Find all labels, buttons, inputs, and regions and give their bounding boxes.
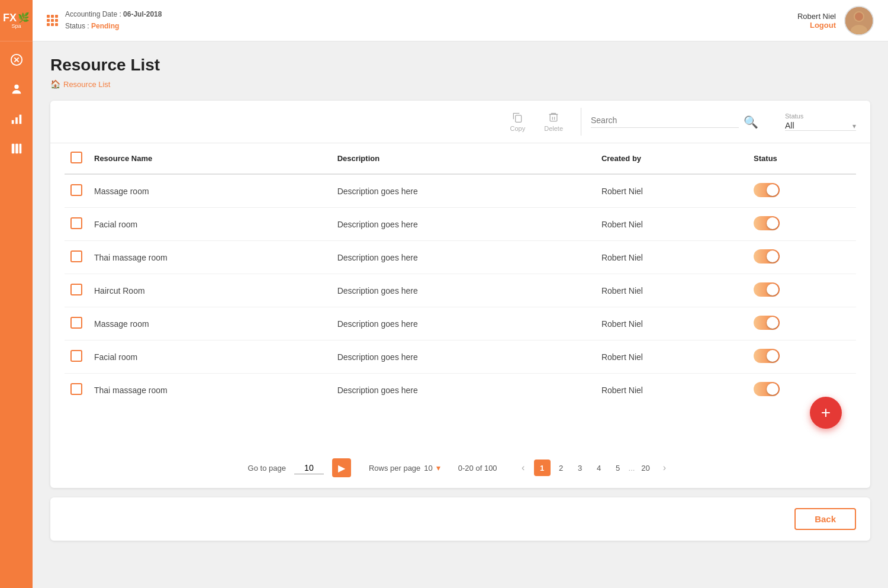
status-label: Status : [65,22,89,30]
pagination-bar: Go to page ▶ Rows per page 10 ▾ 0-20 of … [50,448,870,488]
avatar-image [844,6,874,36]
copy-icon [511,111,523,123]
svg-rect-9 [19,144,21,154]
row-checkbox-0[interactable] [70,184,82,196]
page-5[interactable]: 5 [610,460,626,476]
home-icon: 🏠 [50,79,60,89]
search-input[interactable] [591,115,739,128]
toggle-3[interactable] [754,282,780,297]
sidebar-item-close[interactable] [4,47,29,72]
row-checkbox-3[interactable] [70,284,82,295]
sidebar-item-chart[interactable] [4,107,29,131]
row-created-by-5: Robert Niel [596,340,748,374]
page-1[interactable]: 1 [534,460,551,476]
row-name-3: Haircut Room [88,274,332,307]
row-status-3 [748,274,856,307]
sidebar: FX 🌿 Spa [0,0,33,588]
rows-per-page: Rows per page 10 ▾ [369,463,440,473]
toggle-knob-1 [767,217,778,229]
toolbar: Copy Delete 🔍 [50,101,870,143]
close-icon [10,53,23,66]
toggle-knob-3 [767,284,778,295]
row-checkbox-5[interactable] [70,350,82,362]
toolbar-actions: Copy Delete [502,108,581,136]
user-name: Robert Niel [797,12,836,21]
grid-icon [47,15,58,26]
logout-button[interactable]: Logout [797,21,836,30]
svg-rect-15 [550,114,557,121]
delete-button[interactable]: Delete [536,108,571,136]
row-checkbox-1[interactable] [70,217,82,229]
toggle-2[interactable] [754,249,780,264]
back-button[interactable]: Back [794,508,856,530]
search-icon[interactable]: 🔍 [744,115,758,129]
next-page-button[interactable]: › [656,460,673,476]
rows-chevron-icon[interactable]: ▾ [436,463,440,473]
avatar [844,6,874,36]
page-2[interactable]: 2 [553,460,570,476]
delete-icon [548,111,559,123]
table-row: Facial room Description goes here Robert… [65,340,856,374]
record-count: 0-20 of 100 [458,464,497,473]
row-status-2 [748,241,856,274]
sidebar-item-books[interactable] [4,136,29,161]
status-select[interactable]: All Active Inactive [785,121,856,131]
header: Accounting Date : 06-Jul-2018 Status : P… [33,0,888,41]
row-description-0: Description goes here [332,174,596,208]
toggle-4[interactable] [754,316,780,330]
svg-rect-4 [11,120,14,124]
row-description-3: Description goes here [332,274,596,307]
status-filter-label: Status [785,113,856,120]
accounting-date-label: Accounting Date : [65,10,121,18]
toggle-knob-6 [767,383,778,395]
goto-label: Go to page [248,464,286,473]
sidebar-nav [0,41,33,161]
header-user: Robert Niel Logout [797,12,836,30]
row-name-2: Thai massage room [88,241,332,274]
copy-button[interactable]: Copy [502,108,534,136]
app-info: Accounting Date : 06-Jul-2018 Status : P… [47,9,162,31]
content: Resource List 🏠 Resource List Copy [33,41,888,588]
status-filter: Status All Active Inactive ▾ [785,113,856,131]
row-checkbox-6[interactable] [70,383,82,395]
svg-point-3 [14,85,18,89]
logo-leaf-icon: 🌿 [18,12,30,23]
toggle-0[interactable] [754,183,780,197]
toggle-knob-2 [767,250,778,262]
page-20[interactable]: 20 [637,460,654,476]
rows-per-page-label: Rows per page [369,464,420,473]
add-button[interactable]: + [810,397,842,429]
table-row: Massage room Description goes here Rober… [65,174,856,208]
toggle-5[interactable] [754,349,780,363]
svg-rect-14 [516,115,522,123]
page-nav: ‹ 1 2 3 4 5 ... 20 › [515,460,673,476]
page-3[interactable]: 3 [572,460,588,476]
toggle-knob-5 [767,350,778,362]
table-header: Resource Name Description Created by Sta… [65,143,856,174]
footer-card: Back [50,497,870,541]
row-checkbox-4[interactable] [70,317,82,329]
avatar-svg [844,6,874,36]
goto-button[interactable]: ▶ [332,458,351,477]
page-4[interactable]: 4 [591,460,607,476]
svg-rect-5 [15,117,18,124]
row-status-6 [748,374,856,407]
toggle-6[interactable] [754,382,780,396]
table-row: Haircut Room Description goes here Rober… [65,274,856,307]
row-name-1: Facial room [88,208,332,241]
col-resource-name: Resource Name [88,143,332,174]
row-description-2: Description goes here [332,241,596,274]
toggle-knob-0 [767,184,778,196]
toggle-1[interactable] [754,216,780,230]
row-status-4 [748,307,856,340]
row-status-1 [748,208,856,241]
prev-page-button[interactable]: ‹ [515,460,532,476]
col-created-by: Created by [596,143,748,174]
sidebar-item-person[interactable] [4,77,29,102]
header-right: Robert Niel Logout [797,6,874,36]
row-checkbox-2[interactable] [70,250,82,262]
page-ellipsis: ... [629,464,635,473]
goto-input[interactable] [294,462,324,474]
select-all-checkbox[interactable] [70,152,82,163]
row-created-by-3: Robert Niel [596,274,748,307]
